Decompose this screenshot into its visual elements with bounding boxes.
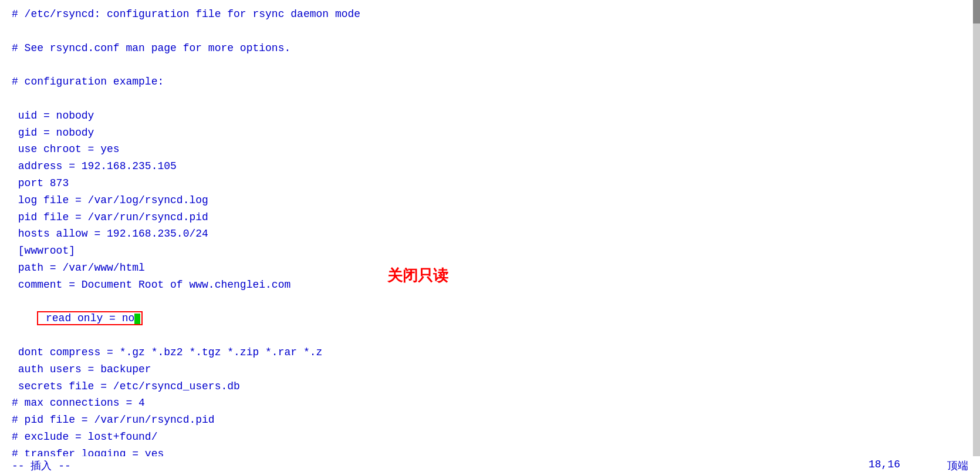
status-mode: -- 插入 --	[12, 459, 71, 473]
highlight-read-only: read only = no	[37, 311, 143, 325]
line-11: port 873	[12, 175, 968, 192]
status-bar: -- 插入 -- 18,16 顶端	[0, 456, 980, 475]
line-16: path = /var/www/html	[12, 260, 968, 277]
line-7: uid = nobody	[12, 107, 968, 124]
line-4	[12, 56, 968, 73]
status-right: 18,16 顶端	[869, 459, 968, 473]
line-21: secrets file = /etc/rsyncd_users.db	[12, 378, 968, 395]
line-8: gid = nobody	[12, 124, 968, 142]
cursor	[134, 314, 140, 324]
line-10: address = 192.168.235.105	[12, 158, 968, 175]
line-20: auth users = backuper	[12, 361, 968, 378]
line-22: # max connections = 4	[12, 395, 968, 412]
line-13: pid file = /var/run/rsyncd.pid	[12, 209, 968, 226]
line-12: log file = /var/log/rsyncd.log	[12, 192, 968, 209]
line-3: # See rsyncd.conf man page for more opti…	[12, 40, 968, 57]
status-location: 顶端	[947, 459, 968, 473]
line-9: use chroot = yes	[12, 141, 968, 158]
annotation-label: 关闭只读	[387, 265, 448, 286]
line-15: [wwwroot]	[12, 242, 968, 260]
line-14: hosts allow = 192.168.235.0/24	[12, 225, 968, 242]
line-19: dont compress = *.gz *.bz2 *.tgz *.zip *…	[12, 344, 968, 361]
line-23: # pid file = /var/run/rsyncd.pid	[12, 412, 968, 429]
line-2	[12, 23, 968, 40]
line-6	[12, 90, 968, 107]
scrollbar-thumb[interactable]	[973, 0, 980, 23]
editor-area: # /etc/rsyncd: configuration file for rs…	[0, 0, 980, 475]
line-5: # configuration example:	[12, 73, 968, 90]
line-17: comment = Document Root of www.chenglei.…	[12, 277, 968, 294]
line-18: read only = no	[12, 294, 968, 344]
status-position: 18,16	[869, 459, 900, 473]
line-1: # /etc/rsyncd: configuration file for rs…	[12, 6, 968, 23]
line-24: # exclude = lost+found/	[12, 429, 968, 446]
scrollbar[interactable]	[973, 0, 980, 457]
